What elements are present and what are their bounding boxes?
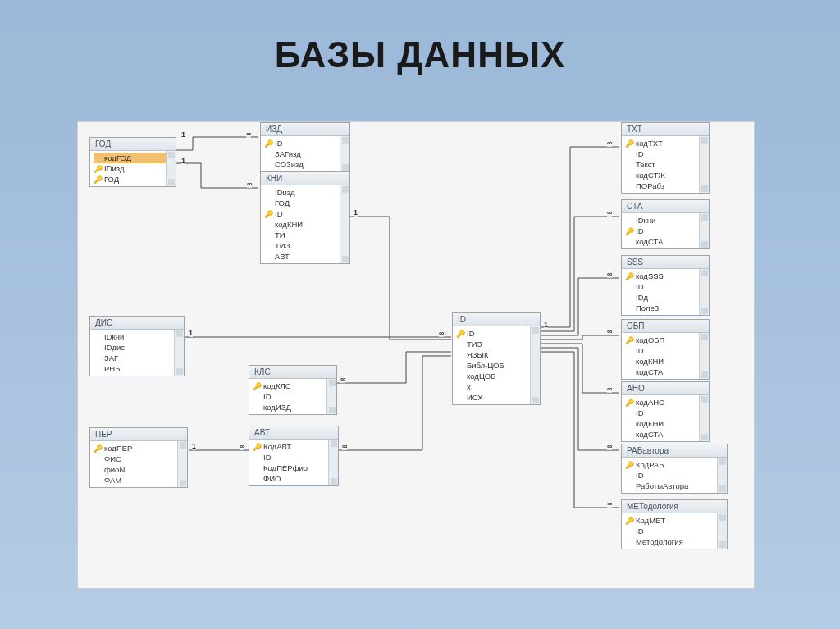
table-per[interactable]: ПЕР 🔑кодПЕРФИОфиоNФАМ bbox=[89, 427, 188, 488]
table-row[interactable]: ИСХ bbox=[456, 392, 540, 403]
table-dis[interactable]: ДИС IDкниIDдисЗАГРНБ bbox=[89, 316, 185, 376]
table-avt[interactable]: АВТ 🔑КодАВТIDКодПЕРфиоФИО bbox=[249, 426, 339, 486]
scrollbar[interactable] bbox=[328, 440, 338, 485]
table-cta[interactable]: СТА IDкни🔑IDкодСТА bbox=[621, 199, 710, 249]
table-row[interactable]: КодПЕРфио bbox=[253, 463, 338, 473]
table-row[interactable]: кодСТА bbox=[625, 429, 709, 440]
table-row[interactable]: 🔑ID bbox=[264, 138, 349, 148]
table-row[interactable]: ЗАГ bbox=[94, 353, 184, 363]
table-row[interactable]: ID bbox=[625, 526, 727, 536]
table-kni[interactable]: КНИ IDиздГОД🔑IDкодКНИТИТИЗАВТ bbox=[260, 171, 350, 264]
table-row[interactable]: 🔑КодМЕТ bbox=[625, 515, 727, 526]
table-row[interactable]: ID bbox=[625, 345, 709, 356]
table-row[interactable]: 🔑кодКЛС bbox=[253, 381, 336, 391]
scrollbar[interactable] bbox=[699, 213, 709, 248]
table-row[interactable]: Текст bbox=[625, 159, 709, 170]
card-one: 1 bbox=[181, 130, 185, 139]
table-row[interactable]: Поле3 bbox=[625, 303, 709, 313]
scrollbar[interactable] bbox=[166, 151, 176, 186]
table-row[interactable]: 🔑ID bbox=[625, 226, 709, 236]
table-row[interactable]: кодИЗД bbox=[253, 402, 336, 412]
table-row[interactable]: ID bbox=[625, 470, 727, 481]
table-row[interactable]: 🔑кодАНО bbox=[625, 397, 709, 408]
field-name: КодМЕТ bbox=[634, 516, 665, 525]
table-row[interactable]: 🔑кодSSS bbox=[625, 271, 709, 281]
field-name: кодОБП bbox=[634, 335, 664, 344]
table-row[interactable]: IDд bbox=[625, 292, 709, 303]
table-sss[interactable]: SSS 🔑кодSSSIDIDдПоле3 bbox=[621, 255, 710, 316]
scrollbar[interactable] bbox=[717, 513, 727, 549]
table-row[interactable]: кодГОД bbox=[94, 153, 176, 163]
scrollbar[interactable] bbox=[717, 458, 727, 493]
table-row[interactable]: РНБ bbox=[94, 363, 184, 374]
table-row[interactable]: ТИ bbox=[264, 230, 349, 240]
table-row[interactable]: 🔑КодАВТ bbox=[253, 441, 338, 452]
table-row[interactable]: 🔑кодПЕР bbox=[94, 443, 187, 454]
table-row[interactable]: ФАМ bbox=[94, 475, 187, 485]
field-name: АВТ bbox=[273, 252, 290, 261]
table-row[interactable]: ID bbox=[625, 408, 709, 418]
table-kls[interactable]: КЛС 🔑кодКЛСIDкодИЗД bbox=[249, 365, 337, 415]
table-row[interactable]: 🔑IDизд bbox=[94, 163, 176, 174]
table-row[interactable]: ГОД bbox=[264, 198, 349, 208]
table-row[interactable]: ID bbox=[625, 281, 709, 292]
table-row[interactable]: IDдис bbox=[94, 342, 184, 353]
table-row[interactable]: АВТ bbox=[264, 251, 349, 262]
scrollbar[interactable] bbox=[699, 395, 709, 441]
table-row[interactable]: IDизд bbox=[264, 187, 349, 198]
table-id[interactable]: ID 🔑IDТИЗЯЗЫКБибл-ЦОБкодЦОБxИСХ bbox=[452, 312, 541, 405]
table-row[interactable]: 🔑кодОБП bbox=[625, 335, 709, 345]
table-row[interactable]: 🔑КодРАБ bbox=[625, 459, 727, 470]
table-row[interactable]: x bbox=[456, 381, 540, 392]
table-row[interactable]: ТИЗ bbox=[264, 240, 349, 251]
table-row[interactable]: IDкни bbox=[625, 215, 709, 226]
table-row[interactable]: Методология bbox=[625, 536, 727, 547]
table-row[interactable]: 🔑ID bbox=[264, 208, 349, 219]
table-met[interactable]: МЕТодология 🔑КодМЕТIDМетодология bbox=[621, 499, 728, 549]
table-row[interactable]: кодКНИ bbox=[264, 219, 349, 230]
table-row[interactable]: кодЦОБ bbox=[456, 371, 540, 381]
table-row[interactable]: ID bbox=[253, 391, 336, 402]
table-row[interactable]: ТИЗ bbox=[456, 339, 540, 349]
table-row[interactable]: СОЗизд bbox=[264, 159, 349, 170]
table-god[interactable]: ГОД кодГОД🔑IDизд🔑ГОД bbox=[89, 137, 176, 187]
table-row[interactable]: кодСТА bbox=[625, 236, 709, 247]
scrollbar[interactable] bbox=[340, 136, 349, 171]
key-icon: 🔑 bbox=[253, 443, 262, 451]
scrollbar[interactable] bbox=[174, 330, 184, 376]
table-row[interactable]: кодСТЖ bbox=[625, 170, 709, 180]
scrollbar[interactable] bbox=[340, 185, 349, 263]
table-row[interactable]: ID bbox=[253, 452, 338, 463]
scrollbar[interactable] bbox=[530, 326, 540, 404]
table-row[interactable]: 🔑ID bbox=[456, 328, 540, 339]
table-row[interactable]: кодКНИ bbox=[625, 418, 709, 429]
scrollbar[interactable] bbox=[326, 379, 336, 414]
scrollbar[interactable] bbox=[699, 333, 709, 379]
table-obp[interactable]: ОБП 🔑кодОБПIDкодКНИкодСТА bbox=[621, 319, 710, 380]
table-row[interactable]: 🔑ГОД bbox=[94, 174, 176, 185]
table-row[interactable]: кодКНИ bbox=[625, 356, 709, 367]
table-row[interactable]: ФИО bbox=[94, 454, 187, 464]
field-name: ГОД bbox=[103, 175, 119, 184]
table-row[interactable]: IDкни bbox=[94, 331, 184, 342]
field-name: ID bbox=[262, 453, 272, 462]
table-row[interactable]: ЯЗЫК bbox=[456, 349, 540, 360]
scrollbar[interactable] bbox=[699, 269, 709, 315]
table-txt[interactable]: ТХТ 🔑кодТХТIDТексткодСТЖПОРабз bbox=[621, 122, 710, 194]
table-ano[interactable]: АНО 🔑кодАНОIDкодКНИкодСТА bbox=[621, 381, 710, 442]
table-row[interactable]: Библ-ЦОБ bbox=[456, 360, 540, 371]
table-row[interactable]: ФИО bbox=[253, 473, 338, 484]
table-row[interactable]: ПОРабз bbox=[625, 180, 709, 191]
key-icon: 🔑 bbox=[94, 175, 103, 184]
scrollbar[interactable] bbox=[699, 136, 709, 193]
table-row[interactable]: фиоN bbox=[94, 464, 187, 475]
table-row[interactable]: кодСТА bbox=[625, 367, 709, 377]
table-rab[interactable]: РАБавтора 🔑КодРАБIDРаботыАвтора bbox=[621, 444, 728, 494]
table-row[interactable]: РаботыАвтора bbox=[625, 481, 727, 491]
table-row[interactable]: 🔑кодТХТ bbox=[625, 138, 709, 148]
field-name: ГОД bbox=[273, 198, 290, 207]
table-row[interactable]: ЗАГизд bbox=[264, 148, 349, 159]
scrollbar[interactable] bbox=[177, 441, 187, 487]
table-izd[interactable]: ИЗД 🔑IDЗАГиздСОЗизд bbox=[260, 122, 350, 172]
table-row[interactable]: ID bbox=[625, 148, 709, 159]
